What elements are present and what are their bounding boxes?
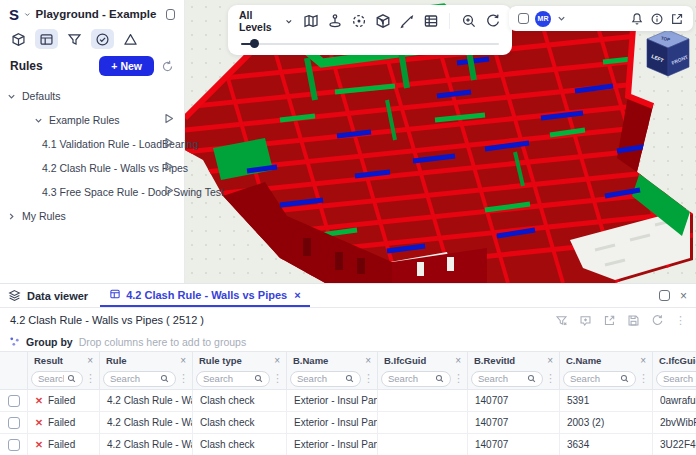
refresh-rules-icon[interactable]: [161, 60, 174, 73]
focus-icon[interactable]: [351, 13, 367, 29]
collapse-panel-icon[interactable]: [166, 9, 175, 20]
chevron-down-icon[interactable]: [24, 10, 31, 19]
column-search-input[interactable]: [297, 373, 342, 384]
info-icon[interactable]: [650, 12, 664, 26]
close-panel-icon[interactable]: ×: [680, 289, 687, 303]
group-by-bar[interactable]: Group by Drop columns here to add to gro…: [0, 332, 696, 351]
column-search-input[interactable]: [570, 373, 617, 384]
run-rule-icon[interactable]: [164, 113, 174, 124]
column-search-input[interactable]: [203, 373, 251, 384]
data-viewer-label: Data viewer: [0, 284, 96, 307]
reset-view-icon[interactable]: [485, 13, 501, 29]
run-rule-icon[interactable]: [164, 161, 174, 172]
tree-item-my-rules[interactable]: My Rules: [0, 204, 184, 228]
sidebar-header: S Playground - Example: [0, 0, 184, 28]
chevron-down-icon: [285, 17, 293, 26]
row-checkbox[interactable]: [8, 417, 20, 429]
rules-check-icon[interactable]: [91, 29, 114, 49]
column-header[interactable]: Result×: [28, 351, 100, 368]
refresh-icon[interactable]: [651, 314, 664, 327]
share-icon[interactable]: [670, 12, 684, 26]
filter-icon[interactable]: [63, 29, 86, 49]
measure-icon[interactable]: [399, 13, 415, 29]
map-icon[interactable]: [303, 13, 319, 29]
column-search-input[interactable]: [38, 373, 64, 384]
table-icon[interactable]: [35, 29, 58, 49]
tab-close-icon[interactable]: ×: [294, 289, 300, 301]
remove-column-icon[interactable]: ×: [180, 355, 186, 366]
tab-clash-rule[interactable]: 4.2 Clash Rule - Walls vs Pipes ×: [100, 284, 309, 307]
level-selector[interactable]: All Levels: [239, 9, 292, 33]
layers-icon: [8, 289, 21, 302]
column-header[interactable]: B.RevitId×: [468, 351, 560, 368]
tree-item-example-rules[interactable]: Example Rules: [0, 108, 184, 132]
remove-column-icon[interactable]: ×: [274, 355, 280, 366]
user-avatar[interactable]: MR: [535, 11, 551, 27]
issues-triangle-icon[interactable]: [119, 29, 142, 49]
slider-track[interactable]: [241, 43, 499, 45]
column-menu-icon[interactable]: ⋮: [453, 373, 464, 384]
walk-mode-icon[interactable]: [327, 13, 343, 29]
chevron-down-icon[interactable]: [557, 14, 566, 23]
slider-knob[interactable]: [250, 39, 259, 48]
maximize-panel-icon[interactable]: [659, 290, 670, 301]
remove-column-icon[interactable]: ×: [640, 355, 646, 366]
tree-item-rule-42[interactable]: 4.2 Clash Rule - Walls vs Pipes: [0, 156, 184, 180]
column-header[interactable]: B.Name×: [287, 351, 378, 368]
failed-icon: ✕: [35, 395, 43, 406]
notifications-bell-icon[interactable]: [630, 12, 644, 26]
column-menu-icon[interactable]: ⋮: [638, 373, 649, 384]
run-rule-icon[interactable]: [164, 185, 174, 196]
column-header[interactable]: B.IfcGuid×: [378, 351, 468, 368]
remove-column-icon[interactable]: ×: [455, 355, 461, 366]
table-row[interactable]: ✕Failed 4.2 Clash Rule - Walls vs... Cla…: [0, 390, 696, 412]
row-checkbox[interactable]: [8, 439, 20, 451]
column-search-input[interactable]: [663, 373, 696, 384]
row-checkbox[interactable]: [8, 395, 20, 407]
save-icon[interactable]: [627, 314, 640, 327]
filter-icon[interactable]: [555, 314, 568, 327]
panel-toggle-icon[interactable]: [518, 13, 529, 24]
model-cube-icon[interactable]: [7, 29, 30, 49]
column-search-input[interactable]: [110, 373, 157, 384]
more-options-icon[interactable]: ⋮: [675, 315, 686, 326]
panel-window-controls: ×: [659, 284, 696, 307]
table-row[interactable]: ✕Failed 4.2 Clash Rule - Walls vs... Cla…: [0, 434, 696, 455]
search-input-wrap: [103, 371, 176, 387]
app-window: S Playground - Example Rules + New Defau…: [0, 0, 696, 455]
tree-item-defaults[interactable]: Defaults: [0, 84, 184, 108]
info-grid-icon[interactable]: [423, 13, 439, 29]
export-icon[interactable]: [603, 314, 616, 327]
zoom-icon[interactable]: [461, 13, 477, 29]
remove-column-icon[interactable]: ×: [547, 355, 553, 366]
table-row[interactable]: ✕Failed 4.2 Clash Rule - Walls vs... Cla…: [0, 412, 696, 434]
result-cell: ✕Failed: [28, 412, 100, 434]
new-rule-button[interactable]: + New: [99, 56, 154, 76]
model-viewport[interactable]: All Levels MR: [185, 0, 696, 283]
column-header[interactable]: Rule×: [100, 351, 193, 368]
search-icon: [254, 374, 263, 383]
column-search-input[interactable]: [478, 373, 524, 384]
comment-icon[interactable]: [579, 314, 592, 327]
search-icon: [527, 374, 536, 383]
search-input-wrap: [290, 371, 361, 387]
remove-column-icon[interactable]: ×: [365, 355, 371, 366]
navigation-cube[interactable]: TOP LEFT FRONT: [645, 28, 691, 80]
run-rule-icon[interactable]: [164, 137, 174, 148]
group-by-icon: [9, 336, 20, 347]
column-search-input[interactable]: [388, 373, 432, 384]
column-header[interactable]: Rule type×: [193, 351, 287, 368]
tree-item-rule-43[interactable]: 4.3 Free Space Rule - Door Swing Test: [0, 180, 184, 204]
column-header[interactable]: C.IfcGuid×: [653, 351, 696, 368]
column-menu-icon[interactable]: ⋮: [545, 373, 556, 384]
remove-column-icon[interactable]: ×: [87, 355, 93, 366]
viewer-slider[interactable]: [241, 37, 499, 51]
search-icon: [620, 374, 629, 383]
column-header[interactable]: C.Name×: [560, 351, 653, 368]
column-menu-icon[interactable]: ⋮: [363, 373, 374, 384]
column-menu-icon[interactable]: ⋮: [178, 373, 189, 384]
column-menu-icon[interactable]: ⋮: [272, 373, 283, 384]
appearance-icon[interactable]: [375, 13, 391, 29]
tree-item-rule-41[interactable]: 4.1 Validation Rule - LoadBearing: [0, 132, 184, 156]
column-menu-icon[interactable]: ⋮: [85, 373, 96, 384]
